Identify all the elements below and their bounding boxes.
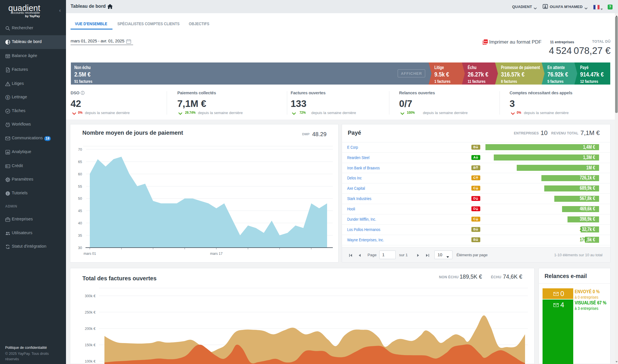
svg-text:mars 17: mars 17 <box>210 252 223 256</box>
svg-text:$: $ <box>6 165 7 168</box>
svg-text:PDF: PDF <box>484 41 487 42</box>
svg-text:60: 60 <box>78 172 82 176</box>
svg-text:100k €: 100k € <box>85 359 96 363</box>
svg-text:55: 55 <box>78 185 82 189</box>
svg-text:200k €: 200k € <box>85 327 96 331</box>
svg-text:30: 30 <box>78 246 82 250</box>
svg-text:300k €: 300k € <box>85 294 96 298</box>
svg-text:45: 45 <box>78 209 82 213</box>
svg-text:250k €: 250k € <box>85 310 96 314</box>
svg-text:35: 35 <box>78 234 82 238</box>
svg-text:40: 40 <box>78 221 82 225</box>
svg-text:$: $ <box>7 96 9 99</box>
svg-text:65: 65 <box>78 160 82 164</box>
svg-text:150k €: 150k € <box>85 343 96 347</box>
svg-text:70: 70 <box>78 148 82 152</box>
svg-text:50: 50 <box>78 197 82 201</box>
svg-text:mars 01: mars 01 <box>83 252 96 256</box>
